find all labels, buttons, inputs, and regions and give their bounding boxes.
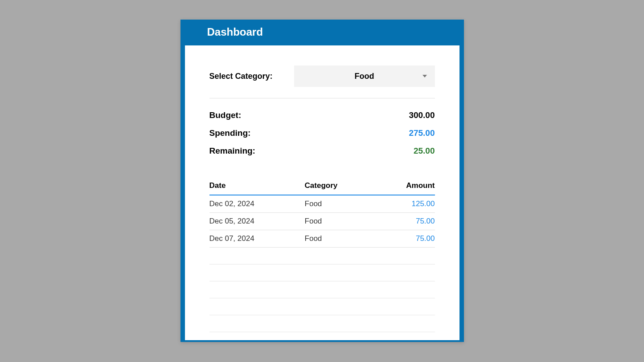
cell-amount: 75.00: [374, 230, 435, 248]
summary-section: Budget: 300.00 Spending: 275.00 Remainin…: [209, 98, 435, 178]
budget-value: 300.00: [409, 110, 435, 120]
cell-category: Food: [305, 230, 374, 248]
table-row-empty: [209, 264, 435, 281]
cell-date: Dec 02, 2024: [209, 195, 305, 213]
cell-date: Dec 05, 2024: [209, 213, 305, 230]
transactions-table: Date Category Amount Dec 02, 2024 Food 1…: [209, 178, 435, 332]
chevron-down-icon: [422, 75, 427, 77]
col-category: Category: [305, 178, 374, 195]
table-row-empty: [209, 315, 435, 332]
spending-label: Spending:: [209, 128, 251, 138]
remaining-label: Remaining:: [209, 146, 255, 156]
category-selector-row: Select Category: Food: [209, 65, 435, 98]
table-row-empty: [209, 248, 435, 264]
dashboard-card: Dashboard Select Category: Food Budget: …: [180, 20, 464, 342]
card-title: Dashboard: [180, 20, 464, 45]
table-row: Dec 07, 2024 Food 75.00: [209, 230, 435, 248]
cell-amount: 75.00: [374, 213, 435, 230]
spending-row: Spending: 275.00: [209, 124, 435, 142]
table-row-empty: [209, 281, 435, 298]
table-row-empty: [209, 298, 435, 315]
select-category-label: Select Category:: [209, 72, 273, 81]
table-row: Dec 02, 2024 Food 125.00: [209, 195, 435, 213]
budget-label: Budget:: [209, 110, 242, 120]
category-dropdown-value: Food: [355, 72, 374, 81]
col-date: Date: [209, 178, 305, 195]
spending-value: 275.00: [409, 128, 435, 138]
card-body: Select Category: Food Budget: 300.00 Spe…: [185, 45, 459, 340]
remaining-value: 25.00: [414, 146, 435, 156]
cell-category: Food: [305, 213, 374, 230]
category-dropdown[interactable]: Food: [294, 65, 435, 87]
cell-date: Dec 07, 2024: [209, 230, 305, 248]
col-amount: Amount: [374, 178, 435, 195]
remaining-row: Remaining: 25.00: [209, 142, 435, 160]
cell-category: Food: [305, 195, 374, 213]
budget-row: Budget: 300.00: [209, 106, 435, 124]
cell-amount: 125.00: [374, 195, 435, 213]
table-header-row: Date Category Amount: [209, 178, 435, 195]
table-row: Dec 05, 2024 Food 75.00: [209, 213, 435, 230]
